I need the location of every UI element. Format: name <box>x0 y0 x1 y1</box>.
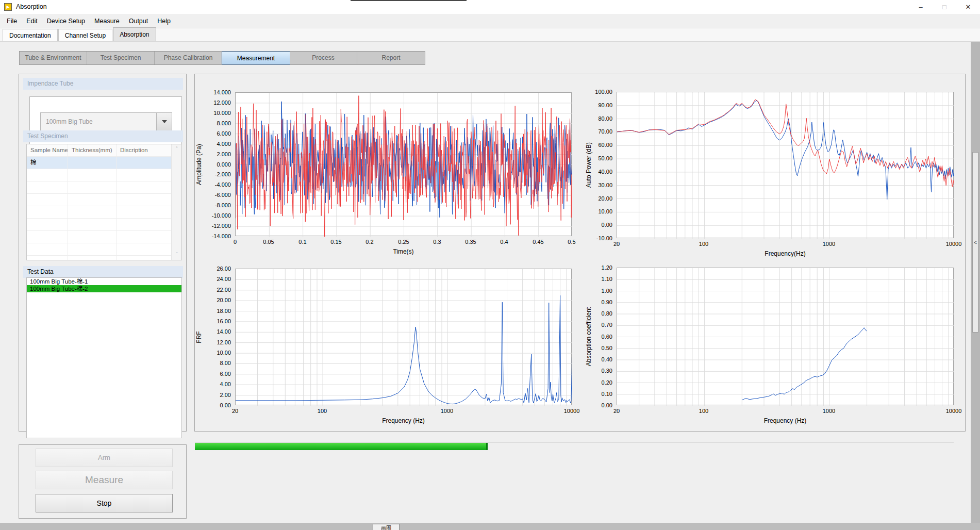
y-tick-label: 20.00 <box>583 195 612 202</box>
sub-tab-phase-calibration[interactable]: Phase Calibration <box>155 52 222 64</box>
table-row-empty <box>27 231 172 243</box>
y-tick-label: 0.10 <box>583 391 612 397</box>
list-item-1[interactable]: 100mm Big Tube-棉-1 <box>27 278 181 285</box>
list-item-2[interactable]: 100mm Big Tube-棉-2 <box>27 285 181 292</box>
y-axis-label: Amplitude (Pa) <box>195 144 203 185</box>
series-frf <box>236 295 572 404</box>
y-tick-label: 22.00 <box>193 287 231 293</box>
table-header-row: Sample NameThickness(mm)Discription <box>27 144 172 157</box>
x-tick-label: 1000 <box>430 408 463 414</box>
time-waveform-graph: 104.35dB 106.47dB Dev1/ai0 Dev1/ai1 -14.… <box>193 87 575 259</box>
menu-item-edit[interactable]: Edit <box>22 14 42 28</box>
cell-empty <box>117 219 172 230</box>
tab-documentation[interactable]: Documentation <box>3 29 58 41</box>
sub-tab-bar: Tube & EnvironmentTest SpecimenPhase Cal… <box>19 51 425 65</box>
y-tick-label: 8.000 <box>193 120 231 126</box>
x-axis-label: Time(s) <box>235 248 572 255</box>
test-specimen-header: Test Specimen <box>23 130 183 142</box>
dropdown-button[interactable] <box>156 113 172 130</box>
minimize-button[interactable]: – <box>909 0 933 14</box>
grid-lines <box>617 268 954 406</box>
sub-tab-report[interactable]: Report <box>357 52 425 64</box>
maximize-button[interactable]: □ <box>933 0 956 14</box>
background-window-tab[interactable]: 画图 <box>373 524 400 530</box>
application-window: ▶ Absorption – □ ✕ FileEditDevice SetupM… <box>0 0 980 530</box>
y-axis-label: Absorption coefficient <box>585 307 592 366</box>
series-mic-1 <box>617 101 954 200</box>
x-axis-label: Frequency (Hz) <box>617 417 954 424</box>
tab-absorption[interactable]: Absorption <box>113 27 156 41</box>
cell-empty <box>27 169 68 181</box>
y-tick-label: 8.00 <box>193 360 231 366</box>
stop-button[interactable]: Stop <box>36 494 173 512</box>
absorption-tab-content: Tube & EnvironmentTest SpecimenPhase Cal… <box>0 42 980 523</box>
table-scrollbar[interactable]: ˆ ˇ <box>171 144 181 260</box>
plot-area <box>617 92 954 238</box>
scroll-down-icon[interactable]: ˇ <box>172 252 182 258</box>
y-tick-label: 0.20 <box>583 379 612 386</box>
y-tick-label: 16.00 <box>193 318 231 324</box>
table-row-empty <box>27 181 172 194</box>
cell-empty <box>68 169 117 181</box>
y-tick-label: 2.00 <box>193 392 231 398</box>
table-row-empty <box>27 206 172 219</box>
cell-empty <box>68 243 117 255</box>
y-tick-label: 10.00 <box>193 350 231 356</box>
impedance-tube-dropdown[interactable]: 100mm Big Tube <box>40 112 172 131</box>
y-tick-label: 1.20 <box>583 264 612 271</box>
sub-tab-process[interactable]: Process <box>290 52 357 64</box>
x-tick-label: 0.3 <box>421 239 454 245</box>
test-specimen-table: Sample NameThickness(mm)Discription棉 ˆ ˇ <box>26 144 182 260</box>
x-tick-label: 0.15 <box>320 239 353 245</box>
table-row-empty <box>27 219 172 231</box>
menu-bar: FileEditDevice SetupMeasureOutputHelp <box>0 14 980 28</box>
y-tick-label: 6.000 <box>193 130 231 137</box>
panel-collapse-handle[interactable]: < <box>972 152 978 333</box>
cell-empty <box>68 231 117 243</box>
app-icon: ▶ <box>4 3 12 11</box>
cell-empty <box>117 231 172 243</box>
chevron-down-icon <box>162 120 167 123</box>
y-tick-label: 10.00 <box>583 208 612 214</box>
cell-empty <box>117 206 172 218</box>
y-axis-label: Auto Power (dB) <box>585 142 592 188</box>
cell-empty <box>117 243 172 255</box>
cell-empty <box>27 256 68 260</box>
x-tick-label: 0.1 <box>286 239 319 245</box>
bottom-band: 画图 <box>0 523 980 530</box>
y-tick-label: 80.00 <box>583 115 612 122</box>
menu-item-measure[interactable]: Measure <box>90 14 124 28</box>
y-tick-label: 26.00 <box>193 266 231 272</box>
sub-tab-test-specimen[interactable]: Test Specimen <box>87 52 155 64</box>
x-tick-label: 0.4 <box>488 239 521 245</box>
y-tick-label: -6.000 <box>193 192 231 198</box>
y-tick-label: 0.90 <box>583 299 612 305</box>
x-tick-label: 10000 <box>937 408 970 414</box>
menu-item-help[interactable]: Help <box>153 14 175 28</box>
x-tick-label: 20 <box>600 241 633 247</box>
menu-item-file[interactable]: File <box>2 14 22 28</box>
tab-channel-setup[interactable]: Channel Setup <box>58 29 112 41</box>
x-tick-label: 1000 <box>812 408 845 414</box>
cell-empty <box>27 194 68 206</box>
auto-power-graph: Mic 1 Mic 2 -10.000.0010.0020.0030.0040.… <box>583 86 957 261</box>
y-tick-label: 20.00 <box>193 297 231 303</box>
sub-tab-measurement[interactable]: Measurement <box>222 52 290 64</box>
y-tick-label: 100.00 <box>583 89 612 95</box>
x-tick-label: 100 <box>306 408 339 414</box>
y-tick-label: 1.00 <box>583 288 612 294</box>
menu-item-output[interactable]: Output <box>124 14 153 28</box>
scroll-up-icon[interactable]: ˆ <box>172 146 182 152</box>
series-absorption-coefficient <box>742 328 867 400</box>
cell-empty <box>27 206 68 218</box>
menu-item-device-setup[interactable]: Device Setup <box>42 14 90 28</box>
test-data-header: Test Data <box>23 266 183 278</box>
sub-tab-tube-environment[interactable]: Tube & Environment <box>20 52 87 64</box>
close-button[interactable]: ✕ <box>956 0 980 14</box>
y-tick-label: 70.00 <box>583 128 612 135</box>
arm-button: Arm <box>36 449 173 467</box>
table-row[interactable]: 棉 <box>27 157 172 169</box>
cell-empty <box>117 169 172 181</box>
impedance-tube-selected-value: 100mm Big Tube <box>41 113 156 130</box>
absorption-coefficient-graph: 0.000.100.200.300.400.500.600.700.800.90… <box>583 262 957 429</box>
